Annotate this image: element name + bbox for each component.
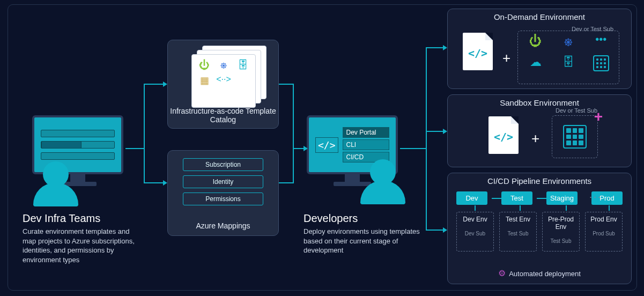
mapping-subscription: Subscription (183, 158, 263, 171)
doc-icon: </> (488, 116, 519, 154)
developers-monitor: </> Dev Portal CLI CI/CD (307, 115, 398, 186)
plus-overlay-icon: + (594, 108, 603, 125)
stage-staging: Staging (546, 191, 578, 205)
gear-icon: ⚙ (498, 269, 506, 278)
doc-icon: </> (463, 33, 493, 70)
database-icon: 🗄 (235, 59, 251, 71)
on-demand-env-box: On-Demand Environment </> + Dev or Test … (447, 9, 632, 89)
iac-catalog-box: ⏻ ⎈ 🗄 ▦ <··> Infrastructure-as-code Temp… (167, 40, 279, 129)
dev-infra-monitor (32, 115, 123, 186)
cli-row: CLI (343, 139, 389, 150)
pipeline-box: CI/CD Pipeline Environments Dev Test Sta… (447, 173, 632, 284)
kubernetes-icon: ⎈ (564, 33, 573, 50)
azure-mappings-caption: Azure Mappings (168, 221, 278, 230)
on-demand-title: On-Demand Environment (448, 12, 631, 21)
code-icon: </> (315, 137, 338, 153)
env-dev: Dev EnvDev Sub (456, 212, 494, 251)
cloud-icon: ☁ (530, 55, 542, 71)
azure-mappings-box: Subscription Identity Permissions Azure … (167, 150, 279, 236)
more-icon: ••• (595, 33, 606, 50)
kubernetes-icon: ⎈ (216, 59, 232, 71)
grid-icon (563, 125, 587, 149)
ellipsis-icon: ··· (589, 191, 602, 203)
layout-icon: ▦ (196, 75, 212, 86)
plus-icon: + (502, 50, 510, 66)
developers-title: Developers (304, 212, 427, 225)
on-demand-sub: Dev or Test Sub (522, 26, 613, 32)
env-preprod: Pre-Prod EnvTest Sub (542, 212, 580, 251)
mapping-permissions: Permissions (183, 193, 263, 205)
grid-icon (593, 55, 609, 71)
sandbox-env-box: Sandbox Environment </> + Dev or Test Su… (447, 94, 632, 167)
automated-deployment: ⚙Automated deployment (448, 268, 631, 278)
dev-infra-desc: Curate environment templates and map pro… (23, 227, 140, 264)
pipeline-title: CI/CD Pipeline Environments (448, 176, 631, 186)
developers-desc: Deploy environments using templates base… (304, 227, 427, 255)
power-icon: ⏻ (196, 59, 212, 71)
plus-icon: + (531, 130, 539, 147)
sandbox-title: Sandbox Environment (448, 98, 631, 107)
env-prod: Prod EnvProd Sub (585, 212, 623, 251)
env-test: Test EnvTest Sub (499, 212, 537, 251)
iac-caption: Infrastructure-as-code Template Catalog (168, 107, 278, 124)
mapping-identity: Identity (183, 175, 263, 188)
dev-portal-row: Dev Portal (343, 127, 389, 138)
dev-infra-title: Dev Infra Teams (23, 212, 140, 225)
stage-dev: Dev (456, 191, 487, 205)
database-icon: 🗄 (562, 55, 574, 71)
devops-icon: ⏻ (529, 33, 542, 50)
code-icon: <··> (216, 75, 232, 86)
stage-test: Test (501, 191, 532, 205)
sandbox-sub: Dev or Test Sub (556, 107, 597, 114)
